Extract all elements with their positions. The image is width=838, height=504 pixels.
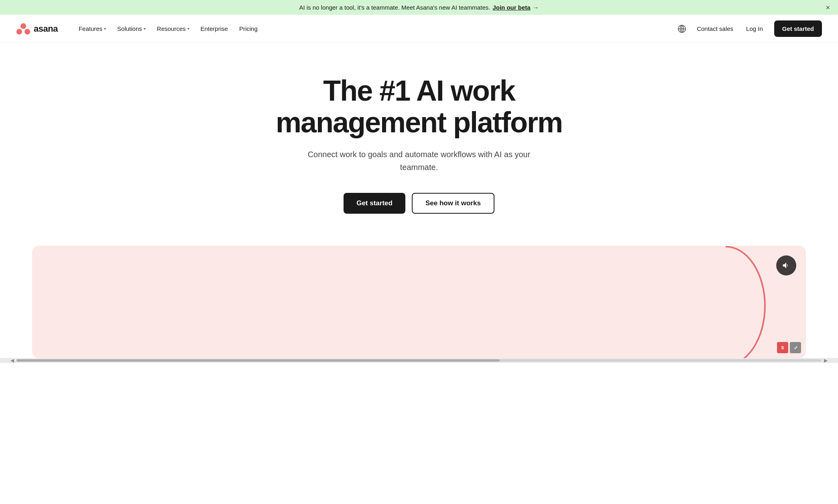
hero-section: The #1 AI work management platform Conne…: [0, 43, 838, 238]
announcement-banner: AI is no longer a tool, it's a teammate.…: [0, 0, 838, 15]
hero-headline: The #1 AI work management platform: [258, 75, 580, 138]
svg-point-0: [20, 23, 26, 28]
get-started-nav-button[interactable]: Get started: [774, 20, 822, 37]
nav-links: Features ▾ Solutions ▾ Resources ▾ Enter…: [74, 22, 675, 35]
hero-headline-line2: management platform: [276, 106, 562, 138]
nav-resources[interactable]: Resources ▾: [152, 22, 194, 35]
logo-link[interactable]: asana: [16, 22, 58, 36]
contact-sales-link[interactable]: Contact sales: [695, 22, 735, 35]
main-nav: asana Features ▾ Solutions ▾ Resources ▾…: [0, 15, 838, 43]
banner-text: AI is no longer a tool, it's a teammate.…: [299, 4, 490, 11]
nav-enterprise[interactable]: Enterprise: [196, 22, 233, 35]
hero-headline-line1: The #1 AI work: [323, 75, 515, 107]
nav-features[interactable]: Features ▾: [74, 22, 111, 35]
volume-button[interactable]: [776, 255, 796, 275]
nav-pricing[interactable]: Pricing: [234, 22, 262, 35]
nav-solutions[interactable]: Solutions ▾: [112, 22, 151, 35]
svg-point-1: [16, 29, 22, 34]
scroll-left-arrow[interactable]: ◀: [8, 358, 16, 363]
decorative-arc: [685, 246, 766, 358]
banner-cta-link[interactable]: Join our beta: [492, 4, 530, 11]
get-started-hero-button[interactable]: Get started: [344, 193, 405, 214]
features-chevron-icon: ▾: [104, 26, 106, 31]
nav-right: Contact sales Log In Get started: [675, 20, 822, 37]
scroll-right-arrow[interactable]: ▶: [822, 358, 830, 363]
horizontal-scrollbar[interactable]: ◀ ▶: [0, 358, 838, 363]
globe-icon: [677, 24, 686, 33]
hero-buttons: Get started See how it works: [8, 193, 830, 214]
browser-icons-area: S ⤢: [777, 342, 801, 353]
logo-text: asana: [34, 24, 58, 34]
banner-cta-arrow: →: [533, 4, 539, 11]
svg-point-2: [24, 29, 30, 34]
login-button[interactable]: Log In: [741, 22, 768, 35]
hero-subtext: Connect work to goals and automate workf…: [307, 148, 531, 174]
solutions-chevron-icon: ▾: [144, 26, 146, 31]
resources-chevron-icon: ▾: [187, 26, 189, 31]
video-area: S ⤢: [32, 246, 806, 358]
scrollbar-track[interactable]: [16, 359, 822, 362]
browser-icon-expand: ⤢: [790, 342, 801, 353]
language-selector-button[interactable]: [675, 22, 689, 36]
scrollbar-thumb[interactable]: [16, 359, 500, 362]
browser-icon-s: S: [777, 342, 788, 353]
banner-close-button[interactable]: ×: [826, 3, 830, 12]
asana-logo-icon: [16, 22, 31, 36]
see-how-it-works-button[interactable]: See how it works: [412, 193, 494, 214]
volume-icon: [782, 261, 791, 270]
